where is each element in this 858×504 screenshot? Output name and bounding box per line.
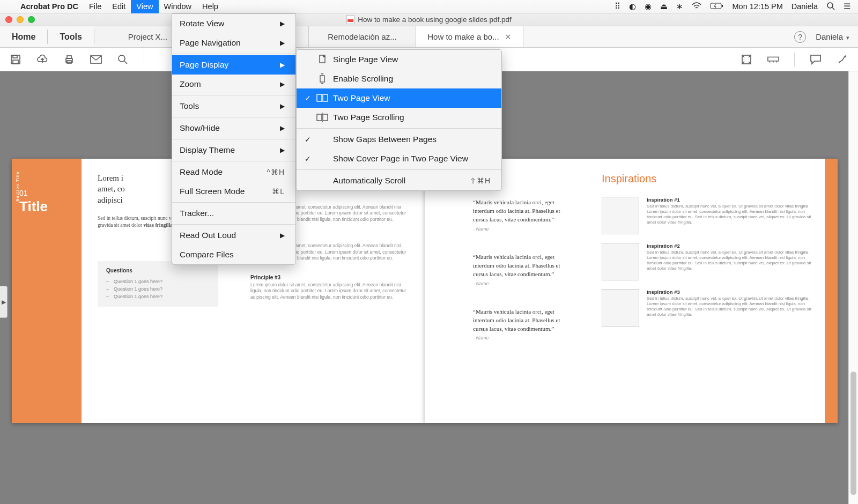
- page-2-left: “Mauris vehicula lacinia orci, eget inte…: [425, 159, 586, 423]
- question-item: Question 1 goes here?: [106, 285, 210, 293]
- inspiration-item: Inspiration #2Sed in tellus dictum, susc…: [602, 243, 812, 280]
- page-accent-bar: [825, 159, 838, 423]
- minimize-window-button[interactable]: [17, 16, 24, 23]
- view-menu-dropdown: Rotate View▶Page Navigation▶Page Display…: [172, 13, 296, 265]
- page-2-right: Inspirations Inspiration #1Sed in tellus…: [586, 159, 838, 423]
- save-icon[interactable]: [10, 54, 21, 65]
- menubar-file[interactable]: File: [84, 0, 107, 13]
- user-menu-button[interactable]: Daniela▾: [816, 32, 849, 41]
- scrollbar-track[interactable]: [848, 71, 858, 504]
- quote-name: - Name: [473, 335, 569, 340]
- view-menu-item[interactable]: Page Display▶: [172, 55, 295, 75]
- quote-text: “Mauris vehicula lacinia orci, eget inte…: [473, 198, 569, 224]
- svg-point-11: [119, 55, 125, 62]
- svg-rect-23: [323, 114, 328, 121]
- fit-icon[interactable]: [741, 54, 752, 65]
- airplay-icon[interactable]: ⏏: [660, 2, 668, 11]
- pdf-file-icon: [346, 15, 354, 24]
- thumbnail-placeholder: [602, 197, 639, 234]
- section-label: Section Title: [15, 171, 20, 202]
- svg-rect-6: [13, 60, 18, 64]
- close-window-button[interactable]: [5, 16, 12, 23]
- app-tabs-row: Home Tools Project X... NAL_r...✕ Remode…: [0, 26, 858, 48]
- menubar-app[interactable]: Acrobat Pro DC: [15, 0, 84, 13]
- page-1-left: Section Title 01 Title: [12, 159, 82, 423]
- cc-icon[interactable]: ◉: [645, 2, 652, 11]
- questions-box: Questions Question 1 goes here? Question…: [98, 261, 218, 307]
- view-menu-item[interactable]: Tracker...: [172, 204, 295, 223]
- inspirations-heading: Inspirations: [602, 173, 812, 185]
- view-menu-item[interactable]: Full Screen Mode⌘L: [172, 182, 295, 201]
- dropbox-icon[interactable]: ⠿: [615, 2, 620, 11]
- print-icon[interactable]: [63, 54, 75, 65]
- menubar-user[interactable]: Daniela: [792, 2, 818, 11]
- view-menu-item[interactable]: Page Navigation▶: [172, 33, 295, 53]
- spotlight-icon[interactable]: [826, 2, 835, 12]
- page-display-item[interactable]: ✓Show Cover Page in Two Page View: [297, 149, 501, 168]
- zoom-window-button[interactable]: [28, 16, 35, 23]
- page-display-item[interactable]: ✓Two Page View: [297, 88, 501, 108]
- cloud-icon[interactable]: [36, 54, 48, 65]
- page-display-item[interactable]: Single Page View: [297, 50, 501, 69]
- svg-rect-14: [768, 57, 779, 61]
- left-panel-toggle[interactable]: ▶: [0, 286, 8, 318]
- svg-line-3: [832, 8, 834, 10]
- svg-rect-19: [320, 76, 324, 82]
- menubar-edit[interactable]: Edit: [107, 0, 131, 13]
- principle-block: Principle #3Lorem ipsum dolor sit amet, …: [250, 275, 409, 300]
- view-menu-item[interactable]: Display Theme▶: [172, 140, 295, 160]
- sync-icon[interactable]: ◐: [629, 2, 636, 11]
- doc-tab-2[interactable]: Remodelación az...: [309, 26, 416, 47]
- mac-menubar: Acrobat Pro DC File Edit View Window Hel…: [0, 0, 858, 13]
- svg-rect-5: [13, 55, 17, 58]
- page-display-submenu: Single Page ViewEnable Scrolling✓Two Pag…: [296, 49, 502, 191]
- inspiration-item: Inspiration #1Sed in tellus dictum, susc…: [602, 197, 812, 234]
- section-title: Title: [19, 198, 74, 215]
- page-display-item[interactable]: ✓Show Gaps Between Pages: [297, 130, 501, 149]
- email-icon[interactable]: [90, 54, 102, 65]
- help-button[interactable]: ?: [794, 31, 806, 43]
- page-display-item[interactable]: Automatically Scroll⇧⌘H: [297, 171, 501, 190]
- menubar-help[interactable]: Help: [197, 0, 224, 13]
- scrollbar-thumb[interactable]: [850, 372, 856, 495]
- svg-rect-1: [722, 5, 723, 7]
- sign-icon[interactable]: [837, 54, 848, 65]
- page-display-item[interactable]: Enable Scrolling: [297, 69, 501, 88]
- question-item: Question 1 goes here?: [106, 293, 210, 300]
- window-title: How to make a book using google slides p…: [358, 16, 512, 24]
- page-spread-2: “Mauris vehicula lacinia orci, eget inte…: [425, 159, 838, 423]
- view-menu-item[interactable]: Rotate View▶: [172, 14, 295, 33]
- quote-name: - Name: [473, 226, 569, 232]
- bluetooth-icon[interactable]: ∗: [676, 2, 683, 11]
- search-icon[interactable]: [117, 54, 129, 65]
- quote-text: “Mauris vehicula lacinia orci, eget inte…: [473, 253, 569, 279]
- quote-text: “Mauris vehicula lacinia orci, eget inte…: [473, 308, 569, 333]
- window-controls: [5, 16, 35, 23]
- thumbnail-placeholder: [602, 243, 639, 280]
- menubar-view[interactable]: View: [131, 0, 158, 13]
- tools-button[interactable]: Tools: [48, 26, 93, 47]
- view-menu-item[interactable]: Tools▶: [172, 97, 295, 116]
- view-menu-item[interactable]: Read Out Loud▶: [172, 226, 295, 245]
- svg-rect-22: [317, 114, 322, 121]
- view-menu-item[interactable]: Compare Files: [172, 245, 295, 264]
- wifi-icon[interactable]: [692, 2, 701, 11]
- keyboard-icon[interactable]: [767, 54, 779, 65]
- doc-tab-3[interactable]: How to make a bo...✕: [416, 26, 523, 47]
- menu-icon[interactable]: ☰: [844, 2, 850, 11]
- view-menu-item[interactable]: Zoom▶: [172, 75, 295, 94]
- page-display-item[interactable]: Two Page Scrolling: [297, 108, 501, 127]
- thumbnail-placeholder: [602, 289, 639, 327]
- svg-rect-8: [67, 56, 71, 58]
- questions-heading: Questions: [106, 268, 210, 273]
- close-tab-icon[interactable]: ✕: [505, 32, 512, 42]
- svg-line-12: [124, 61, 127, 64]
- battery-icon[interactable]: [710, 2, 724, 11]
- comment-icon[interactable]: [810, 54, 822, 65]
- view-menu-item[interactable]: Show/Hide▶: [172, 118, 295, 138]
- view-menu-item[interactable]: Read Mode^⌘H: [172, 162, 295, 182]
- svg-point-2: [827, 3, 833, 8]
- menubar-window[interactable]: Window: [159, 0, 197, 13]
- menubar-time[interactable]: Mon 12:15 PM: [733, 2, 783, 11]
- home-button[interactable]: Home: [0, 26, 47, 47]
